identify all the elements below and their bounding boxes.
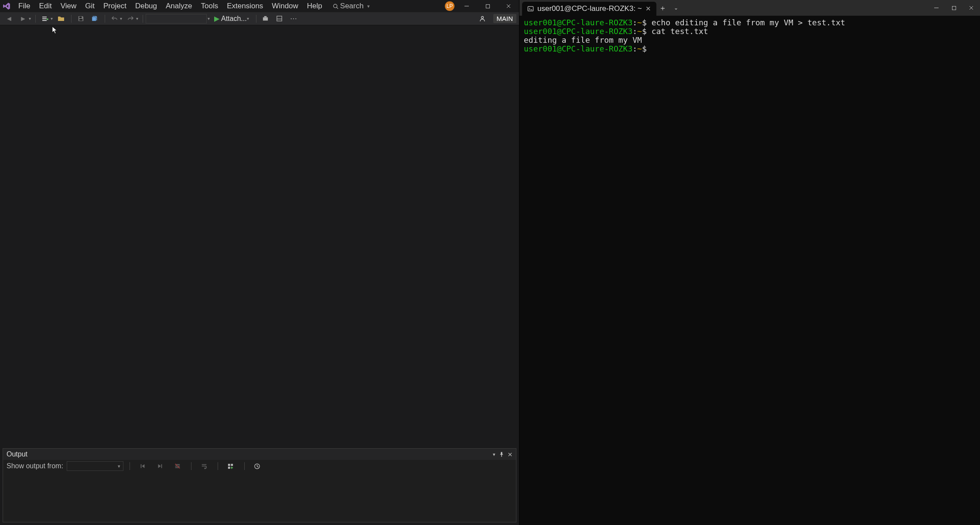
new-item-button[interactable] <box>38 13 51 24</box>
play-icon: ▶ <box>214 14 219 23</box>
output-panel-toolbar: Show output from: ▾ <box>3 460 516 472</box>
menu-file[interactable]: File <box>14 1 34 11</box>
output-source-dropdown[interactable]: ▾ <box>67 461 123 471</box>
svg-rect-11 <box>263 17 268 21</box>
undo-button[interactable] <box>108 13 121 24</box>
toolbox-button[interactable] <box>259 13 272 24</box>
chevron-down-icon: ▾ <box>367 3 370 9</box>
vs-search-box[interactable]: Search ▾ <box>330 1 372 11</box>
terminal-icon <box>527 6 534 12</box>
pin-icon[interactable] <box>499 452 504 457</box>
menu-tools[interactable]: Tools <box>197 1 223 11</box>
chevron-down-icon[interactable]: ▾ <box>51 16 53 21</box>
attach-label: Attach... <box>221 15 247 23</box>
menu-window[interactable]: Window <box>267 1 302 11</box>
terminal-window: user001@CPC-laure-ROZK3: ~ ✕ ＋ ⌄ user001… <box>519 0 980 525</box>
toolbar-separator <box>35 15 36 23</box>
tab-dropdown-button[interactable]: ⌄ <box>669 1 683 14</box>
close-icon[interactable]: ✕ <box>645 5 651 13</box>
search-icon <box>333 3 338 9</box>
mouse-cursor-icon <box>52 26 58 34</box>
show-output-from-label: Show output from: <box>7 462 63 470</box>
toolbar-separator <box>105 15 105 23</box>
svg-rect-12 <box>264 16 267 17</box>
toolbar-separator <box>244 462 245 470</box>
panel-dropdown-icon[interactable]: ▾ <box>493 452 495 457</box>
menu-edit[interactable]: Edit <box>34 1 56 11</box>
user-avatar-badge[interactable]: LP <box>445 1 454 11</box>
menu-git[interactable]: Git <box>81 1 99 11</box>
maximize-button[interactable] <box>479 0 496 12</box>
output-timestamp-button[interactable] <box>251 460 264 472</box>
terminal-tab[interactable]: user001@CPC-laure-ROZK3: ~ ✕ <box>522 2 656 16</box>
output-panel-body[interactable] <box>3 472 516 522</box>
chevron-down-icon[interactable]: ▾ <box>29 16 31 21</box>
close-button[interactable] <box>500 0 517 12</box>
output-panel-title: Output <box>7 450 27 458</box>
vs-editor-area <box>0 25 519 448</box>
terminal-body[interactable]: user001@CPC-laure-ROZK3:~$ echo editing … <box>519 16 980 525</box>
solution-config-dropdown[interactable] <box>146 14 207 24</box>
panel-toggle-button[interactable] <box>273 13 286 24</box>
live-share-icon[interactable] <box>476 13 489 24</box>
svg-point-0 <box>333 4 337 7</box>
terminal-titlebar: user001@CPC-laure-ROZK3: ~ ✕ ＋ ⌄ <box>519 0 980 16</box>
terminal-window-buttons <box>928 2 980 14</box>
vs-menubar: File Edit View Git Project Debug Analyze… <box>0 0 519 12</box>
svg-rect-6 <box>42 17 47 17</box>
output-wrap-button[interactable] <box>198 460 211 472</box>
maximize-button[interactable] <box>945 2 963 14</box>
visual-studio-window: File Edit View Git Project Debug Analyze… <box>0 0 519 525</box>
svg-rect-28 <box>952 6 956 10</box>
nav-back-button[interactable]: ◄ <box>3 13 16 24</box>
output-clear-button[interactable] <box>171 460 184 472</box>
vs-logo-icon <box>2 1 11 11</box>
menu-analyze[interactable]: Analyze <box>161 1 196 11</box>
svg-rect-7 <box>42 18 47 19</box>
menu-extensions[interactable]: Extensions <box>222 1 267 11</box>
terminal-tab-title: user001@CPC-laure-ROZK3: ~ <box>537 4 642 13</box>
chevron-down-icon[interactable]: ▾ <box>136 16 138 21</box>
toolbar-separator <box>218 462 218 470</box>
new-tab-button[interactable]: ＋ <box>656 1 669 14</box>
save-button[interactable] <box>74 13 87 24</box>
vs-menu-items: File Edit View Git Project Debug Analyze… <box>14 1 327 11</box>
menu-debug[interactable]: Debug <box>131 1 161 11</box>
menu-project[interactable]: Project <box>99 1 131 11</box>
main-branch-badge[interactable]: MAIN <box>493 14 517 23</box>
chevron-down-icon[interactable]: ▾ <box>208 16 210 21</box>
vs-titlebar-right: LP <box>445 0 517 12</box>
redo-button[interactable] <box>124 13 137 24</box>
svg-rect-26 <box>528 6 533 10</box>
chevron-down-icon: ▾ <box>247 16 249 21</box>
save-all-button[interactable] <box>88 13 101 24</box>
minimize-button[interactable] <box>928 2 945 14</box>
toolbar-separator <box>130 462 130 470</box>
svg-rect-8 <box>42 20 47 21</box>
svg-line-1 <box>337 7 338 8</box>
svg-rect-9 <box>79 17 82 18</box>
svg-rect-23 <box>231 463 233 466</box>
minimize-button[interactable] <box>458 0 475 12</box>
vs-search-label: Search <box>340 2 364 10</box>
attach-button[interactable]: ▶ Attach... ▾ <box>212 14 253 23</box>
menu-help[interactable]: Help <box>303 1 327 11</box>
menu-view[interactable]: View <box>56 1 81 11</box>
toolbar-separator <box>191 462 191 470</box>
output-panel-titlebar: Output ▾ <box>3 449 516 460</box>
nav-fwd-button[interactable]: ► <box>17 13 30 24</box>
svg-rect-13 <box>277 16 282 21</box>
toolbar-right: MAIN <box>476 13 517 24</box>
close-icon[interactable] <box>508 452 512 457</box>
svg-rect-10 <box>79 19 82 21</box>
toolbar-separator <box>256 15 256 23</box>
toolbar-separator <box>71 15 72 23</box>
svg-rect-24 <box>228 467 230 469</box>
overflow-button[interactable]: ⋯ <box>287 13 300 24</box>
output-next-button[interactable] <box>154 460 167 472</box>
open-file-button[interactable] <box>55 13 68 24</box>
output-prev-button[interactable] <box>136 460 149 472</box>
close-button[interactable] <box>963 2 980 14</box>
output-settings-button[interactable] <box>224 460 237 472</box>
chevron-down-icon[interactable]: ▾ <box>120 16 122 21</box>
